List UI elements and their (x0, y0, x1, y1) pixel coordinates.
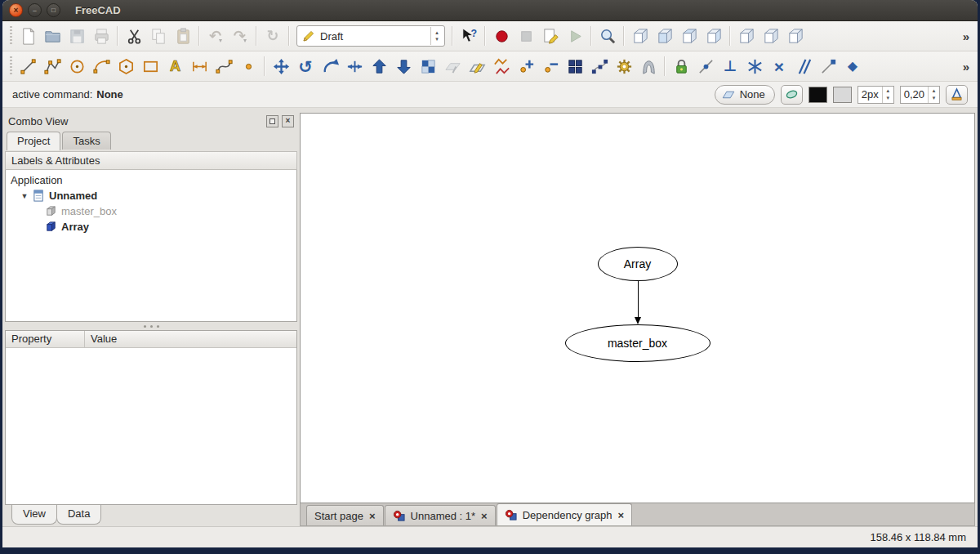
tree-item-master-box[interactable]: master_box (6, 203, 296, 219)
toolbar-overflow-button[interactable]: » (958, 29, 974, 43)
draft-point-button[interactable] (236, 54, 261, 78)
snap-grid-button[interactable] (742, 54, 767, 78)
snap-intersection-button[interactable]: × (767, 54, 791, 78)
new-file-button[interactable] (16, 24, 40, 48)
draft-text-button[interactable]: A (163, 54, 187, 78)
draft-offset-button[interactable] (318, 54, 342, 78)
tab-close-icon[interactable]: × (618, 509, 625, 521)
dependency-graph-canvas[interactable]: Array master_box (300, 113, 975, 503)
tab-unnamed-document[interactable]: Unnamed : 1* × (385, 505, 496, 525)
view-axonometric-button[interactable] (628, 24, 653, 48)
line-width-spinner[interactable]: 2px ▴▾ (858, 86, 894, 104)
draft-wire-button[interactable] (40, 54, 65, 78)
draft-edit-button[interactable] (440, 54, 465, 78)
redo-dropdown-arrow[interactable]: ▾ (243, 37, 247, 48)
draft-trimex-button[interactable] (342, 54, 367, 78)
panel-float-button[interactable] (266, 115, 278, 127)
tree-item-array[interactable]: Array (6, 219, 296, 235)
draft-rotate-button[interactable]: ↺ (293, 54, 318, 78)
text-scale-spinner[interactable]: 0,20 ▴▾ (900, 86, 940, 104)
draft-upgrade-button[interactable] (367, 54, 391, 78)
refresh-button[interactable]: ↻ (261, 24, 285, 48)
snap-endpoint-button[interactable] (816, 54, 840, 78)
graph-node-array[interactable]: Array (598, 247, 678, 281)
draft-patharray-button[interactable] (587, 54, 612, 78)
window-maximize-button[interactable]: □ (47, 3, 60, 17)
draft-bspline-button[interactable] (212, 54, 236, 78)
macro-record-button[interactable] (489, 24, 514, 48)
draft-heal-button[interactable] (612, 54, 636, 78)
undo-button[interactable]: ↶▾ (203, 24, 228, 48)
panel-splitter[interactable] (5, 322, 297, 330)
view-right-button[interactable] (702, 24, 726, 48)
working-plane-button[interactable]: None (715, 85, 775, 105)
draft-delpoint-button[interactable] (538, 54, 563, 78)
snap-perpendicular-button[interactable]: ⊥ (718, 54, 742, 78)
snap-midpoint-button[interactable] (693, 54, 718, 78)
draft-line-button[interactable] (16, 54, 40, 78)
draft-clone-button[interactable] (636, 54, 661, 78)
draft-array-button[interactable] (563, 54, 587, 78)
redo-button[interactable]: ↷▾ (228, 24, 252, 48)
copy-button[interactable] (146, 24, 171, 48)
face-color-swatch[interactable] (833, 87, 852, 103)
graph-node-master-box[interactable]: master_box (565, 324, 710, 362)
draft-scale-button[interactable] (416, 54, 440, 78)
value-column-header[interactable]: Value (85, 331, 296, 347)
snap-lock-button[interactable] (669, 54, 693, 78)
cut-button[interactable] (122, 24, 146, 48)
open-file-button[interactable] (40, 24, 65, 48)
tab-tasks[interactable]: Tasks (62, 132, 110, 150)
property-column-header[interactable]: Property (6, 331, 85, 347)
view-front-button[interactable] (653, 24, 677, 48)
macro-edit-button[interactable] (538, 24, 563, 48)
toolbar-overflow-button[interactable]: » (958, 60, 974, 74)
window-close-button[interactable]: × (9, 3, 23, 17)
zoom-box-button[interactable] (595, 24, 620, 48)
toolbar-drag-handle[interactable] (7, 56, 14, 76)
toolbar-drag-handle[interactable] (7, 26, 14, 46)
text-scale-spin-arrows[interactable]: ▴▾ (928, 87, 939, 103)
autogroup-button[interactable] (781, 85, 803, 105)
model-tree[interactable]: Application ▼ Unnamed master_box Array (5, 170, 297, 322)
macro-stop-button[interactable] (514, 24, 538, 48)
draft-downgrade-button[interactable] (391, 54, 416, 78)
tab-start-page[interactable]: Start page × (306, 505, 384, 525)
snap-center-button[interactable]: ◆ (840, 54, 865, 78)
snap-parallel-button[interactable] (791, 54, 816, 78)
view-left-button[interactable] (783, 24, 808, 48)
draft-rectangle-button[interactable] (138, 54, 163, 78)
view-bottom-button[interactable] (759, 24, 783, 48)
draft-addpoint-button[interactable] (514, 54, 538, 78)
workbench-selector[interactable]: Draft ▴▾ (296, 25, 445, 47)
draft-circle-button[interactable] (65, 54, 89, 78)
property-table-body[interactable] (6, 348, 296, 504)
draft-arc-button[interactable] (89, 54, 114, 78)
tab-project[interactable]: Project (7, 132, 60, 150)
tab-data[interactable]: Data (56, 505, 101, 525)
view-rear-button[interactable] (734, 24, 759, 48)
macro-play-button[interactable] (563, 24, 587, 48)
construction-mode-toggle[interactable] (946, 85, 968, 105)
save-button[interactable] (65, 24, 89, 48)
tab-dependency-graph[interactable]: Dependency graph × (497, 503, 632, 525)
whatsthis-button[interactable]: ? (457, 24, 481, 48)
line-width-spin-arrows[interactable]: ▴▾ (882, 87, 893, 103)
draft-shape2draftview-button[interactable] (465, 54, 489, 78)
print-button[interactable] (89, 24, 114, 48)
draft-polygon-button[interactable] (114, 54, 138, 78)
workbench-selector-spinner[interactable]: ▴▾ (430, 27, 443, 45)
tab-view[interactable]: View (11, 505, 57, 525)
tab-close-icon[interactable]: × (369, 510, 376, 522)
paste-button[interactable] (171, 24, 195, 48)
tree-item-application[interactable]: Application (6, 172, 296, 188)
combo-view-titlebar[interactable]: Combo View × (5, 113, 297, 129)
panel-close-button[interactable]: × (282, 115, 294, 127)
tree-expander-icon[interactable]: ▼ (20, 192, 29, 200)
draft-move-button[interactable] (269, 54, 293, 78)
view-top-button[interactable] (677, 24, 702, 48)
line-color-swatch[interactable] (808, 87, 827, 103)
tab-close-icon[interactable]: × (481, 510, 488, 522)
window-minimize-button[interactable]: – (28, 3, 42, 17)
draft-dimension-button[interactable] (187, 54, 212, 78)
